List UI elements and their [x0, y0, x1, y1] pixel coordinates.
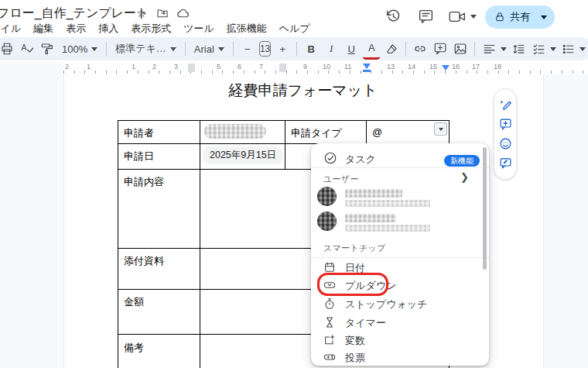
table-border	[285, 120, 285, 169]
calendar-icon	[323, 261, 336, 273]
suggest-edits-icon[interactable]	[499, 156, 512, 170]
table-border	[118, 120, 449, 121]
italic-button[interactable]: I	[323, 40, 340, 58]
users-expand-chevron-icon[interactable]: ❯	[460, 171, 469, 183]
table-cell-content-label[interactable]: 申請内容	[124, 175, 164, 189]
cell-dropdown-button[interactable]	[434, 122, 447, 136]
add-comment-side-icon[interactable]	[499, 118, 512, 131]
bulleted-list-icon[interactable]	[559, 40, 576, 58]
menu-file[interactable]: ファイル	[0, 22, 21, 36]
menu-insert[interactable]: 挿入	[98, 22, 118, 36]
zoom-caret-icon	[91, 47, 97, 51]
menu-item-stopwatch[interactable]: ストップウォッチ	[311, 295, 489, 312]
table-border	[200, 120, 200, 368]
avatar	[317, 212, 337, 231]
bulleted-list-caret-icon[interactable]	[579, 47, 586, 51]
ruler-number: 7	[259, 63, 263, 71]
add-comment-icon[interactable]	[432, 40, 449, 58]
ruler[interactable]: 2 1 1 2 3 5 6 7 9 10 11 13 14 15 16 17 1…	[63, 62, 588, 74]
text-color-button[interactable]: A	[363, 39, 380, 60]
version-history-icon[interactable]	[385, 8, 402, 25]
applicant-chip-redacted[interactable]	[204, 124, 266, 139]
table-cell-applicant-label[interactable]: 申請者	[124, 126, 154, 140]
user-name-redacted	[345, 189, 402, 198]
table-cell-date-label[interactable]: 申請日	[124, 150, 154, 163]
star-icon[interactable]: ☆	[136, 6, 146, 20]
toolbar-divider	[106, 42, 107, 56]
menu-item-timer[interactable]: タイマー	[311, 314, 489, 331]
insert-image-icon[interactable]	[452, 40, 469, 58]
align-left-icon[interactable]	[480, 40, 497, 58]
table-cell-notes-label[interactable]: 備考	[124, 341, 144, 355]
menu-item-label: 投票	[345, 351, 365, 365]
zoom-select[interactable]: 100%	[59, 43, 101, 55]
insert-link-icon[interactable]	[412, 40, 429, 58]
table-cell-at-value[interactable]: @	[372, 126, 382, 138]
indent-marker-icon[interactable]	[363, 64, 371, 69]
ruler-number: 5	[217, 63, 220, 71]
paint-format-icon[interactable]	[39, 40, 56, 58]
menu-extensions[interactable]: 拡張機能	[227, 22, 267, 36]
table-cell-attachment-label[interactable]: 添付資料	[124, 254, 164, 268]
font-size-input[interactable]: 13	[259, 41, 271, 57]
menu-format[interactable]: 表示形式	[131, 22, 171, 36]
print-icon[interactable]	[0, 40, 15, 58]
smart-chip-menu: タスク 新機能 ユーザー ❯ スマートチップ 日付 プルダ	[311, 143, 489, 366]
indent-marker-bar-icon[interactable]	[363, 70, 371, 72]
cloud-status-icon[interactable]	[176, 7, 190, 20]
menu-view[interactable]: 表示	[66, 22, 86, 36]
checklist-icon[interactable]	[530, 40, 547, 58]
meet-dropdown-caret-icon[interactable]	[470, 15, 477, 19]
ruler-number: 11	[344, 63, 351, 71]
menubar: ファイル 編集 表示 挿入 表示形式 ツール 拡張機能 ヘルプ	[0, 22, 310, 36]
table-column-marker[interactable]	[279, 64, 286, 72]
ruler-number: 13	[387, 63, 395, 71]
menu-help[interactable]: ヘルプ	[279, 22, 310, 36]
date-smart-chip[interactable]: 2025年9月15日	[203, 146, 283, 164]
font-caret-icon	[218, 47, 224, 51]
cell-dropdown-caret-icon	[439, 128, 443, 131]
ruler-number: 14	[408, 63, 415, 71]
doc-heading[interactable]: 経費申請フォーマット	[63, 81, 542, 101]
paragraph-style-select[interactable]: 標準テキ…	[112, 42, 179, 56]
share-dropdown-caret-icon[interactable]	[541, 15, 547, 19]
share-button[interactable]: 共有	[485, 5, 555, 29]
table-border	[118, 120, 118, 368]
comments-icon[interactable]	[418, 9, 434, 25]
toolbar-divider	[405, 42, 406, 56]
help-me-write-icon[interactable]	[499, 98, 512, 112]
menu-tools[interactable]: ツール	[183, 22, 214, 36]
table-cell-type-label[interactable]: 申請タイプ	[291, 126, 342, 140]
menu-divider	[311, 167, 489, 168]
table-column-marker[interactable]	[188, 64, 195, 72]
table-cell-amount-label[interactable]: 金額	[124, 295, 144, 309]
document-title[interactable]: フロー_自作_テンプレート	[0, 5, 149, 22]
increase-font-button[interactable]: +	[274, 40, 291, 58]
checklist-caret-icon[interactable]	[550, 47, 556, 51]
menu-divider	[311, 257, 489, 258]
underline-button[interactable]: U	[343, 40, 360, 58]
vote-icon	[323, 351, 336, 363]
menu-edit[interactable]: 編集	[33, 22, 53, 36]
menu-item-variable[interactable]: 変数	[311, 332, 489, 349]
menu-item-label: ストップウォッチ	[345, 297, 427, 311]
move-folder-icon[interactable]	[156, 7, 169, 19]
menu-item-label: 変数	[345, 334, 365, 348]
menu-item-task[interactable]: タスク 新機能	[311, 148, 489, 168]
emoji-reaction-icon[interactable]	[499, 137, 512, 150]
menu-item-vote[interactable]: 投票	[311, 349, 489, 366]
meet-video-icon[interactable]	[449, 10, 466, 23]
align-caret-icon[interactable]	[501, 47, 507, 51]
bold-button[interactable]: B	[303, 40, 320, 58]
svg-text:A: A	[22, 43, 27, 52]
highlight-color-icon[interactable]	[383, 40, 400, 58]
ruler-number: 2	[152, 63, 156, 71]
line-spacing-icon[interactable]	[510, 40, 527, 58]
ruler-number: 1	[87, 63, 91, 71]
spellcheck-icon[interactable]: A	[19, 40, 36, 58]
menu-scrollbar[interactable]	[483, 147, 487, 270]
first-line-indent-icon[interactable]	[442, 65, 450, 71]
toolbar-divider	[233, 42, 234, 56]
font-select[interactable]: Arial	[191, 43, 227, 55]
decrease-font-button[interactable]: −	[239, 40, 256, 58]
